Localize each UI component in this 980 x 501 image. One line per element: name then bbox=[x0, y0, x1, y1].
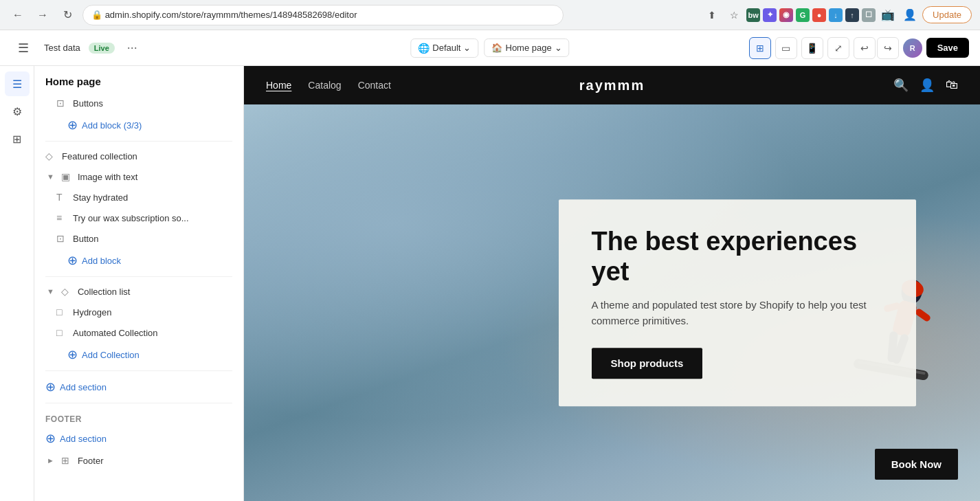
share-icon[interactable]: ⬆ bbox=[702, 5, 722, 25]
sidebar-item-buttons[interactable]: ⊡ Buttons bbox=[34, 93, 243, 113]
redo-button[interactable]: ↪ bbox=[877, 37, 899, 59]
more-options-button[interactable]: ··· bbox=[123, 39, 142, 56]
save-button[interactable]: Save bbox=[926, 38, 969, 58]
fullscreen-button[interactable]: ⤢ bbox=[827, 37, 849, 59]
address-bar[interactable]: 🔒 admin.shopify.com/store/raymmm/themes/… bbox=[82, 5, 564, 25]
chevron-down-icon: ⌄ bbox=[463, 43, 471, 53]
apps-icon[interactable]: ⊞ bbox=[5, 126, 30, 151]
ext-blue-icon[interactable]: ↓ bbox=[829, 8, 843, 22]
sidebar-item-footer[interactable]: ► ⊞ Footer bbox=[34, 450, 243, 471]
homepage-dropdown[interactable]: 🏠 Home page ⌄ bbox=[484, 38, 569, 57]
collection-list-icon: ◇ bbox=[61, 286, 72, 297]
footer-collapse-button[interactable]: ► bbox=[45, 455, 56, 466]
hero-subtitle: A theme and populated test store by Shop… bbox=[592, 298, 883, 329]
nav-home-link[interactable]: Home bbox=[266, 80, 291, 91]
sidebar-item-featured-collection[interactable]: ◇ Featured collection bbox=[34, 146, 243, 166]
update-button[interactable]: Update bbox=[922, 6, 972, 23]
add-collection-label: Add Collection bbox=[82, 350, 140, 360]
settings-icon[interactable]: ⚙ bbox=[5, 99, 30, 124]
divider-4 bbox=[45, 403, 232, 403]
ext-dark-icon[interactable]: ↑ bbox=[845, 8, 859, 22]
app-header: ☰ Test data Live ··· 🌐 Default ⌄ 🏠 Home … bbox=[0, 30, 980, 66]
forward-button[interactable]: → bbox=[33, 5, 52, 25]
sidebar-item-wax-subscription[interactable]: ≡ Try our wax subscription so... bbox=[34, 208, 243, 228]
button-icon: ⊡ bbox=[56, 233, 67, 244]
buttons-icon: ⊡ bbox=[56, 98, 67, 109]
store-nav: Home Catalog Contact raymmm 🔍 👤 🛍 bbox=[244, 66, 980, 104]
avatar[interactable]: R bbox=[903, 38, 922, 58]
menu-icon[interactable]: ☰ bbox=[11, 36, 36, 60]
sidebar-item-wax-subscription-label: Try our wax subscription so... bbox=[73, 213, 232, 223]
ext-red-icon[interactable]: ● bbox=[812, 8, 826, 22]
sidebar-item-image-with-text-label: Image with text bbox=[78, 172, 232, 182]
add-block-button-2[interactable]: ⊕ Add block bbox=[34, 249, 243, 272]
sidebar-item-hydrogen[interactable]: □ Hydrogen bbox=[34, 302, 243, 322]
add-block-button[interactable]: ⊕ Add block (3/3) bbox=[34, 113, 243, 137]
panel-title: Home page bbox=[34, 66, 243, 93]
store-name: Test data bbox=[44, 43, 80, 53]
sections-icon[interactable]: ☰ bbox=[5, 71, 30, 96]
plus-icon-3: ⊕ bbox=[67, 347, 78, 362]
home-icon: 🏠 bbox=[491, 43, 502, 53]
account-icon[interactable]: 👤 bbox=[900, 5, 920, 25]
account-nav-icon[interactable]: 👤 bbox=[920, 78, 935, 93]
cast-icon[interactable]: 📺 bbox=[878, 5, 898, 25]
hero-title: The best experiences yet bbox=[592, 227, 883, 287]
sidebar-item-automated-collection-label: Automated Collection bbox=[73, 328, 232, 338]
ext-gray-icon[interactable]: ☐ bbox=[862, 8, 876, 22]
footer-section-label: Footer bbox=[34, 408, 243, 427]
plus-icon: ⊕ bbox=[67, 118, 78, 133]
plus-icon-5: ⊕ bbox=[45, 431, 56, 446]
stay-hydrated-icon: T bbox=[56, 192, 67, 203]
svg-rect-4 bbox=[914, 307, 931, 322]
ext-green-icon[interactable]: G bbox=[796, 8, 810, 22]
tablet-view-button[interactable]: ▭ bbox=[775, 37, 797, 59]
footer-icon: ⊞ bbox=[61, 455, 72, 466]
search-icon[interactable]: 🔍 bbox=[893, 78, 909, 93]
nav-catalog-link[interactable]: Catalog bbox=[308, 80, 341, 91]
sidebar-item-featured-collection-label: Featured collection bbox=[62, 151, 232, 162]
sidebar-item-button[interactable]: ⊡ Button bbox=[34, 228, 243, 249]
browser-extensions: ⬆ ☆ bw ✦ ◉ G ● ↓ ↑ ☐ 📺 👤 Update bbox=[702, 5, 972, 25]
ext-bw-icon[interactable]: bw bbox=[746, 8, 760, 22]
sidebar-item-image-with-text[interactable]: ▼ ▣ Image with text bbox=[34, 166, 243, 187]
ext-violet-icon[interactable]: ✦ bbox=[763, 8, 777, 22]
sidebar-item-stay-hydrated-label: Stay hydrated bbox=[73, 192, 232, 203]
sidebar-item-hydrogen-label: Hydrogen bbox=[73, 307, 232, 318]
sidebar-item-collection-list[interactable]: ▼ ◇ Collection list bbox=[34, 281, 243, 302]
nav-contact-link[interactable]: Contact bbox=[358, 80, 391, 91]
bookmark-icon[interactable]: ☆ bbox=[724, 5, 744, 25]
sidebar-item-automated-collection[interactable]: □ Automated Collection bbox=[34, 322, 243, 343]
footer-add-section-button[interactable]: ⊕ Add section bbox=[34, 427, 243, 450]
add-section-label-1: Add section bbox=[60, 382, 107, 392]
header-center: 🌐 Default ⌄ 🏠 Home page ⌄ bbox=[410, 38, 569, 58]
undo-button[interactable]: ↩ bbox=[854, 37, 876, 59]
header-right: ⊞ ▭ 📱 ⤢ ↩ ↪ R Save bbox=[749, 37, 969, 59]
undo-redo-group: ↩ ↪ bbox=[854, 37, 899, 59]
collapse-button-2[interactable]: ▼ bbox=[45, 286, 56, 297]
mobile-view-button[interactable]: 📱 bbox=[801, 37, 823, 59]
hero-section: The best experiences yet A theme and pop… bbox=[244, 104, 980, 501]
desktop-view-button[interactable]: ⊞ bbox=[749, 37, 771, 59]
ext-multi-icon[interactable]: ◉ bbox=[779, 8, 793, 22]
chevron-down-icon-2: ⌄ bbox=[555, 43, 562, 53]
store-brand: raymmm bbox=[579, 78, 645, 93]
default-dropdown[interactable]: 🌐 Default ⌄ bbox=[410, 38, 478, 58]
automated-collection-icon: □ bbox=[56, 327, 67, 338]
featured-collection-icon: ◇ bbox=[45, 151, 56, 162]
collapse-button[interactable]: ▼ bbox=[45, 171, 56, 182]
cart-icon[interactable]: 🛍 bbox=[946, 78, 958, 93]
book-now-button[interactable]: Book Now bbox=[875, 449, 958, 480]
globe-icon: 🌐 bbox=[418, 43, 430, 54]
left-sidebar: ☰ ⚙ ⊞ bbox=[0, 66, 34, 501]
shop-products-button[interactable]: Shop products bbox=[592, 348, 703, 379]
add-collection-button[interactable]: ⊕ Add Collection bbox=[34, 343, 243, 366]
back-button[interactable]: ← bbox=[8, 5, 27, 25]
hero-content-card: The best experiences yet A theme and pop… bbox=[559, 199, 916, 406]
refresh-button[interactable]: ↻ bbox=[58, 5, 77, 25]
add-section-button-1[interactable]: ⊕ Add section bbox=[34, 375, 243, 399]
store-nav-links: Home Catalog Contact bbox=[266, 80, 391, 91]
preview-area: Home Catalog Contact raymmm 🔍 👤 🛍 bbox=[244, 66, 980, 501]
sidebar-item-stay-hydrated[interactable]: T Stay hydrated bbox=[34, 187, 243, 208]
wax-subscription-icon: ≡ bbox=[56, 212, 67, 223]
